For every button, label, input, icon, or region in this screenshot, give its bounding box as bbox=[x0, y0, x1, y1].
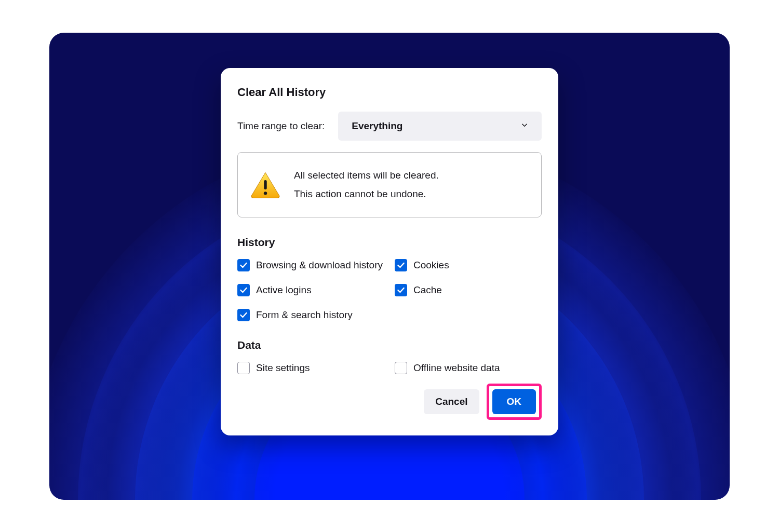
ok-highlight: OK bbox=[487, 384, 542, 420]
time-range-label: Time range to clear: bbox=[237, 120, 325, 132]
warning-line-1: All selected items will be cleared. bbox=[294, 166, 439, 185]
data-section-title: Data bbox=[237, 339, 542, 351]
data-options: Site settings Offline website data bbox=[237, 362, 542, 374]
checkbox-offline-data[interactable] bbox=[395, 362, 407, 374]
label-offline-data: Offline website data bbox=[413, 362, 500, 374]
checkbox-cache[interactable] bbox=[395, 284, 407, 296]
cancel-button[interactable]: Cancel bbox=[424, 389, 479, 414]
option-cache: Cache bbox=[395, 284, 542, 296]
label-active-logins: Active logins bbox=[256, 284, 312, 296]
ok-button[interactable]: OK bbox=[492, 389, 536, 414]
label-browsing-history: Browsing & download history bbox=[256, 260, 383, 271]
time-range-row: Time range to clear: Everything bbox=[237, 112, 542, 141]
warning-icon bbox=[250, 171, 280, 198]
app-background: Clear All History Time range to clear: E… bbox=[49, 33, 730, 500]
checkbox-site-settings[interactable] bbox=[237, 362, 250, 374]
label-cache: Cache bbox=[413, 284, 442, 296]
history-options: Browsing & download history Cookies Acti… bbox=[237, 259, 542, 321]
option-cookies: Cookies bbox=[395, 259, 542, 271]
label-cookies: Cookies bbox=[413, 260, 449, 271]
checkbox-active-logins[interactable] bbox=[237, 284, 250, 296]
checkbox-browsing-history[interactable] bbox=[237, 259, 250, 271]
dialog-title: Clear All History bbox=[237, 86, 542, 99]
label-form-search: Form & search history bbox=[256, 309, 353, 321]
time-range-value: Everything bbox=[352, 120, 402, 132]
warning-line-2: This action cannot be undone. bbox=[294, 185, 439, 203]
chevron-down-icon bbox=[520, 120, 529, 132]
history-section-title: History bbox=[237, 236, 542, 249]
option-browsing-history: Browsing & download history bbox=[237, 259, 384, 271]
checkbox-form-search[interactable] bbox=[237, 309, 250, 321]
clear-history-dialog: Clear All History Time range to clear: E… bbox=[221, 68, 558, 435]
dialog-buttons: Cancel OK bbox=[237, 384, 542, 420]
svg-rect-0 bbox=[264, 180, 266, 189]
option-offline-data: Offline website data bbox=[395, 362, 542, 374]
warning-box: All selected items will be cleared. This… bbox=[237, 152, 542, 217]
option-site-settings: Site settings bbox=[237, 362, 384, 374]
svg-point-1 bbox=[264, 192, 267, 195]
checkbox-cookies[interactable] bbox=[395, 259, 407, 271]
warning-text: All selected items will be cleared. This… bbox=[294, 166, 439, 203]
option-form-search: Form & search history bbox=[237, 309, 384, 321]
option-active-logins: Active logins bbox=[237, 284, 384, 296]
label-site-settings: Site settings bbox=[256, 362, 310, 374]
time-range-select[interactable]: Everything bbox=[338, 112, 542, 141]
